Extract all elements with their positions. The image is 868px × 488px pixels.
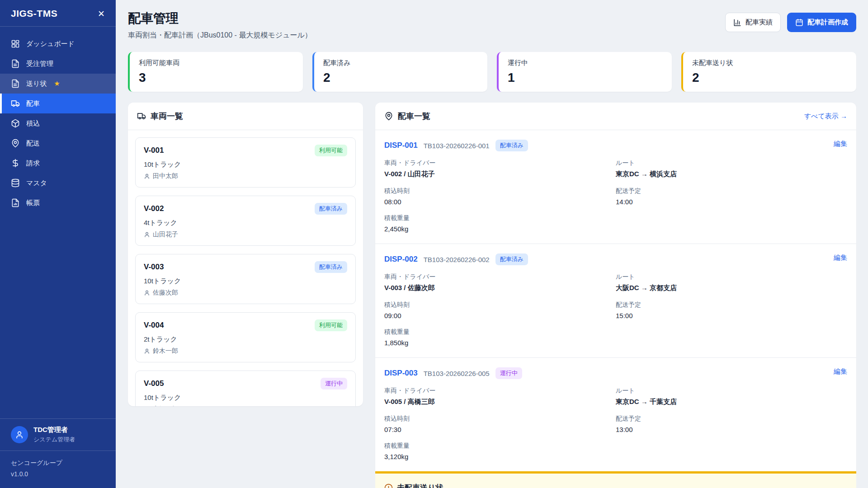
stats-row: 利用可能車両 3 配車済み 2 運行中 1 未配車送り状 2: [128, 52, 856, 92]
vehicle-card[interactable]: V-004 利用可能 2tトラック 鈴木一郎: [135, 312, 356, 362]
vehicle-type: 4tトラック: [144, 219, 347, 227]
sidebar-footer: センコーグループ v1.0.0: [0, 450, 116, 488]
stat-label: 未配車送り状: [692, 59, 847, 67]
edit-link[interactable]: 編集: [834, 367, 847, 376]
vehicle-type: 10tトラック: [144, 277, 347, 286]
status-badge: 利用可能: [315, 319, 347, 331]
truck-icon: [11, 99, 20, 108]
status-badge: 配車済み: [315, 203, 347, 215]
field-value: 07:30: [384, 426, 616, 433]
edit-link[interactable]: 編集: [834, 140, 847, 148]
dispatch-panel-title: 配車一覧: [398, 111, 430, 122]
user-name: TDC管理者: [33, 426, 75, 434]
status-badge: 配車済み: [495, 140, 528, 151]
sidebar-item-reports[interactable]: 帳票: [0, 193, 116, 213]
field-value: 09:00: [384, 312, 616, 319]
sidebar-item-loading[interactable]: 積込: [0, 113, 116, 133]
page-title: 配車管理: [128, 10, 312, 27]
sidebar-item-invoices[interactable]: 送り状 ★: [0, 74, 116, 94]
vehicle-type: 2tトラック: [144, 335, 347, 344]
unassigned-title: 未配車送り状: [397, 483, 443, 488]
sidebar-item-dashboard[interactable]: ダッシュボード: [0, 34, 116, 54]
field-value: V-002 / 山田花子: [384, 170, 616, 178]
field-vehicle-driver: 車両・ドライバー V-003 / 佐藤次郎: [384, 273, 616, 292]
dispatch-results-label: 配車実績: [745, 18, 773, 27]
close-icon[interactable]: ✕: [98, 9, 105, 18]
stat-card-running: 運行中 1: [497, 52, 672, 92]
field-label: 配送予定: [616, 415, 847, 423]
vehicle-type: 10tトラック: [144, 160, 347, 169]
field-label: 積込時刻: [384, 415, 616, 423]
page-subtitle: 車両割当・配車計画（JBus0100 - 最大規模モジュール）: [128, 31, 312, 40]
stat-card-unassigned: 未配車送り状 2: [681, 52, 856, 92]
field-value: V-005 / 高橋三郎: [384, 398, 616, 406]
vehicle-type: 10tトラック: [144, 394, 347, 402]
sidebar-item-master[interactable]: マスタ: [0, 173, 116, 193]
vehicle-driver: 高橋三郎: [144, 405, 347, 406]
person-icon: [144, 290, 150, 296]
main-content: 配車管理 車両割当・配車計画（JBus0100 - 最大規模モジュール） 配車実…: [116, 0, 868, 488]
person-icon: [144, 348, 150, 354]
vehicle-card[interactable]: V-005 運行中 10tトラック 高橋三郎: [135, 371, 356, 406]
sidebar-item-orders[interactable]: 受注管理: [0, 54, 116, 74]
field-vehicle-driver: 車両・ドライバー V-002 / 山田花子: [384, 159, 616, 178]
dispatch-results-button[interactable]: 配車実績: [725, 13, 781, 32]
dispatch-id[interactable]: DISP-002: [384, 255, 418, 264]
document-icon: [11, 59, 20, 68]
field-weight: 積載重量 3,120kg: [384, 442, 616, 460]
calendar-icon: [795, 19, 803, 27]
person-icon: [144, 173, 150, 179]
sidebar-item-label: マスタ: [26, 179, 47, 188]
user-section[interactable]: TDC管理者 システム管理者: [0, 418, 116, 450]
map-pin-icon: [384, 112, 393, 121]
field-delivery-eta: 配送予定 13:00: [616, 415, 847, 433]
driver-name: 田中太郎: [153, 172, 178, 180]
driver-name: 佐藤次郎: [153, 289, 178, 297]
field-value: 3,120kg: [384, 453, 616, 460]
field-value: 東京DC → 千葉支店: [616, 398, 847, 406]
dispatch-id[interactable]: DISP-003: [384, 369, 418, 378]
vehicle-card[interactable]: V-002 配車済み 4tトラック 山田花子: [135, 196, 356, 246]
field-value: 1,850kg: [384, 339, 616, 347]
edit-link[interactable]: 編集: [834, 253, 847, 262]
vehicle-panel-header: 車両一覧: [128, 103, 363, 130]
dashboard-icon: [11, 39, 20, 48]
avatar: [11, 426, 28, 443]
field-label: 車両・ドライバー: [384, 159, 616, 167]
map-pin-icon: [11, 139, 20, 148]
sidebar-item-dispatch[interactable]: 配車: [0, 94, 116, 113]
vehicle-id: V-001: [144, 146, 164, 155]
vehicle-card[interactable]: V-003 配車済み 10tトラック 佐藤次郎: [135, 254, 356, 304]
sidebar-item-label: ダッシュボード: [26, 40, 75, 48]
vehicle-card[interactable]: V-001 利用可能 10tトラック 田中太郎: [135, 137, 356, 188]
sidebar-nav: ダッシュボード 受注管理 送り状 ★ 配車 積込: [0, 27, 116, 418]
create-dispatch-plan-button[interactable]: 配車計画作成: [787, 13, 856, 32]
sidebar-item-billing[interactable]: 請求: [0, 153, 116, 173]
dispatch-id[interactable]: DISP-001: [384, 141, 418, 150]
field-label: 配送予定: [616, 187, 847, 195]
vehicle-id: V-004: [144, 321, 164, 330]
field-label: ルート: [616, 159, 847, 167]
sidebar-item-label: 配車: [26, 99, 40, 108]
view-all-link[interactable]: すべて表示 →: [804, 112, 847, 121]
vehicle-id: V-003: [144, 263, 164, 272]
dispatch-row: DISP-003 TB103-20260226-005 運行中 編集 車両・ドラ…: [375, 358, 856, 471]
unassigned-invoices-panel: 未配車送り状 TB103-20260226-003 名古屋DC → 静岡支店 1…: [375, 471, 856, 488]
field-load-time: 積込時刻 07:30: [384, 415, 616, 433]
sidebar-item-delivery[interactable]: 配送: [0, 133, 116, 153]
vehicle-id: V-002: [144, 204, 164, 213]
vehicle-driver: 田中太郎: [144, 172, 347, 180]
field-label: 積載重量: [384, 214, 616, 222]
app-version: v1.0.0: [11, 469, 105, 480]
database-icon: [11, 178, 20, 188]
sidebar-item-label: 積込: [26, 119, 40, 128]
field-route: ルート 東京DC → 横浜支店: [616, 159, 847, 178]
dispatch-column: 配車一覧 すべて表示 → DISP-001 TB103-20260226-001…: [375, 103, 856, 488]
driver-name: 山田花子: [153, 230, 178, 239]
field-label: 車両・ドライバー: [384, 273, 616, 281]
field-label: ルート: [616, 387, 847, 395]
field-load-time: 積込時刻 08:00: [384, 187, 616, 206]
dispatch-row: DISP-002 TB103-20260226-002 配車済み 編集 車両・ド…: [375, 244, 856, 358]
page-header: 配車管理 車両割当・配車計画（JBus0100 - 最大規模モジュール） 配車実…: [128, 10, 856, 40]
vehicle-list-panel: 車両一覧 V-001 利用可能 10tトラック 田中太郎 V-: [128, 103, 363, 406]
